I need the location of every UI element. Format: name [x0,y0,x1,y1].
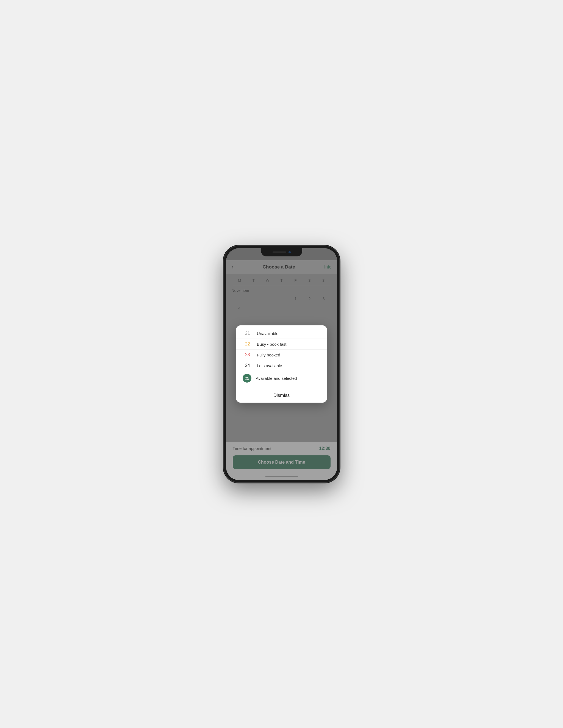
modal-overlay: 21 Unavailable 22 Busy - book fast 23 Fu… [226,248,337,480]
phone-screen: ‹ Choose a Date Info M T W T F S S [226,248,337,480]
notch [261,248,302,256]
camera [289,251,291,253]
legend-list: 21 Unavailable 22 Busy - book fast 23 Fu… [236,325,327,388]
legend-item-booked: 23 Fully booked [236,350,327,360]
legend-item-available: 24 Lots available [236,360,327,371]
speaker [273,251,286,253]
legend-item-unavailable: 21 Unavailable [236,328,327,339]
legend-num-booked: 23 [243,352,253,357]
app-content: ‹ Choose a Date Info M T W T F S S [226,248,337,480]
legend-num-available: 24 [243,363,253,368]
legend-label-booked: Fully booked [257,353,280,357]
dismiss-button[interactable]: Dismiss [236,388,327,403]
legend-item-selected: 25 Available and selected [236,371,327,385]
legend-label-unavailable: Unavailable [257,331,278,336]
legend-item-busy: 22 Busy - book fast [236,339,327,350]
legend-num-busy: 22 [243,342,253,347]
legend-label-busy: Busy - book fast [257,342,287,347]
phone-wrapper: ‹ Choose a Date Info M T W T F S S [224,246,339,482]
phone-shell: ‹ Choose a Date Info M T W T F S S [224,246,339,482]
legend-modal: 21 Unavailable 22 Busy - book fast 23 Fu… [236,325,327,403]
legend-num-selected: 25 [243,374,251,383]
legend-label-selected: Available and selected [256,376,297,381]
legend-num-unavailable: 21 [243,331,253,336]
legend-label-available: Lots available [257,363,282,368]
